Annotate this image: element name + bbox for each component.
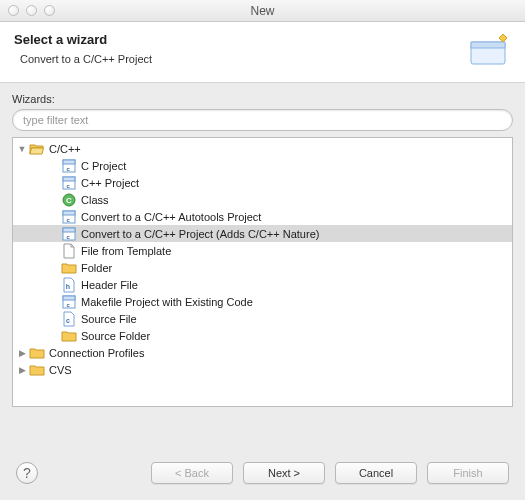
c-file-icon: c — [61, 158, 77, 174]
folder-closed-icon — [29, 362, 45, 378]
tree-item-label: Convert to a C/C++ Project (Adds C/C++ N… — [81, 228, 319, 240]
tree-folder[interactable]: ▶Connection Profiles — [13, 344, 512, 361]
svg-rect-19 — [63, 296, 75, 300]
footer: ? < Back Next > Cancel Finish — [0, 448, 525, 500]
cancel-button[interactable]: Cancel — [335, 462, 417, 484]
folder-closed-icon — [29, 345, 45, 361]
tree-item-label: File from Template — [81, 245, 171, 257]
svg-rect-7 — [63, 177, 75, 181]
disclosure-arrow-icon: ▶ — [47, 246, 61, 256]
file-icon — [61, 243, 77, 259]
tree-item-label: C Project — [81, 160, 126, 172]
tree-item-label: C/C++ — [49, 143, 81, 155]
tree-item[interactable]: ▶cC++ Project — [13, 174, 512, 191]
tree-item[interactable]: ▶cMakefile Project with Existing Code — [13, 293, 512, 310]
tree-item[interactable]: ▶File from Template — [13, 242, 512, 259]
disclosure-arrow-icon: ▶ — [47, 212, 61, 222]
wizard-tree[interactable]: ▼C/C++▶cC Project▶cC++ Project▶CClass▶cC… — [12, 137, 513, 407]
disclosure-arrow-icon: ▶ — [47, 314, 61, 324]
svg-text:C: C — [66, 196, 72, 205]
titlebar: New — [0, 0, 525, 22]
h-file-icon: h — [61, 277, 77, 293]
tree-item[interactable]: ▶Source Folder — [13, 327, 512, 344]
svg-text:h: h — [66, 283, 70, 290]
svg-text:c: c — [66, 317, 70, 324]
wizards-label: Wizards: — [12, 93, 513, 105]
svg-marker-2 — [499, 34, 507, 42]
page-title: Select a wizard — [14, 32, 465, 47]
class-icon: C — [61, 192, 77, 208]
tree-item-label: CVS — [49, 364, 72, 376]
disclosure-arrow-icon[interactable]: ▼ — [15, 144, 29, 154]
tree-item[interactable]: ▶cConvert to a C/C++ Project (Adds C/C++… — [13, 225, 512, 242]
tree-folder[interactable]: ▼C/C++ — [13, 140, 512, 157]
wizard-header: Select a wizard Convert to a C/C++ Proje… — [0, 22, 525, 83]
disclosure-arrow-icon[interactable]: ▶ — [15, 365, 29, 375]
svg-rect-4 — [63, 160, 75, 164]
tree-item-label: Connection Profiles — [49, 347, 144, 359]
c-file-icon: c — [61, 294, 77, 310]
c-file-icon: c — [61, 209, 77, 225]
disclosure-arrow-icon: ▶ — [47, 229, 61, 239]
disclosure-arrow-icon: ▶ — [47, 297, 61, 307]
tree-item-label: Class — [81, 194, 109, 206]
help-icon[interactable]: ? — [16, 462, 38, 484]
tree-item[interactable]: ▶CClass — [13, 191, 512, 208]
tree-item-label: Convert to a C/C++ Autotools Project — [81, 211, 261, 223]
tree-item[interactable]: ▶cSource File — [13, 310, 512, 327]
c-file-icon: c — [61, 226, 77, 242]
disclosure-arrow-icon: ▶ — [47, 280, 61, 290]
folder-closed-icon — [61, 328, 77, 344]
tree-item-label: C++ Project — [81, 177, 139, 189]
svg-rect-12 — [63, 211, 75, 215]
disclosure-arrow-icon[interactable]: ▶ — [15, 348, 29, 358]
wizard-body: Wizards: ▼C/C++▶cC Project▶cC++ Project▶… — [0, 83, 525, 411]
folder-open-icon — [29, 141, 45, 157]
window-title: New — [0, 4, 525, 18]
disclosure-arrow-icon: ▶ — [47, 331, 61, 341]
tree-item-label: Header File — [81, 279, 138, 291]
tree-item-label: Source Folder — [81, 330, 150, 342]
tree-item-label: Makefile Project with Existing Code — [81, 296, 253, 308]
wizard-icon — [465, 32, 511, 68]
tree-folder[interactable]: ▶CVS — [13, 361, 512, 378]
back-button[interactable]: < Back — [151, 462, 233, 484]
svg-rect-15 — [63, 228, 75, 232]
tree-item-label: Source File — [81, 313, 137, 325]
disclosure-arrow-icon: ▶ — [47, 161, 61, 171]
disclosure-arrow-icon: ▶ — [47, 263, 61, 273]
c-file-s-icon: c — [61, 311, 77, 327]
svg-rect-1 — [471, 42, 505, 48]
finish-button[interactable]: Finish — [427, 462, 509, 484]
tree-item[interactable]: ▶Folder — [13, 259, 512, 276]
folder-closed-icon — [61, 260, 77, 276]
tree-item[interactable]: ▶hHeader File — [13, 276, 512, 293]
tree-item[interactable]: ▶cConvert to a C/C++ Autotools Project — [13, 208, 512, 225]
disclosure-arrow-icon: ▶ — [47, 178, 61, 188]
page-subtitle: Convert to a C/C++ Project — [20, 53, 465, 65]
disclosure-arrow-icon: ▶ — [47, 195, 61, 205]
tree-item-label: Folder — [81, 262, 112, 274]
next-button[interactable]: Next > — [243, 462, 325, 484]
c-file-icon: c — [61, 175, 77, 191]
tree-item[interactable]: ▶cC Project — [13, 157, 512, 174]
filter-input[interactable] — [12, 109, 513, 131]
